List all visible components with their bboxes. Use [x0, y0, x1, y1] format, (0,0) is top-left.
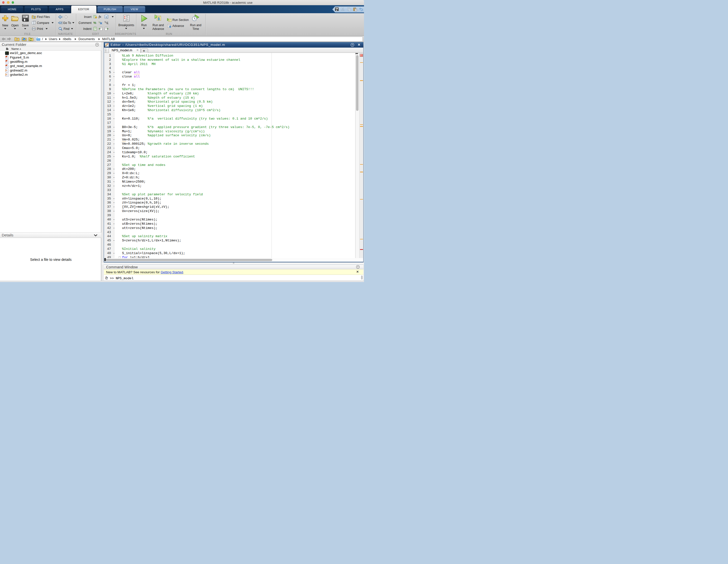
svg-text:fx: fx	[99, 15, 101, 18]
svg-text:fx: fx	[5, 73, 7, 76]
svg-text:fx: fx	[5, 69, 7, 72]
svg-text:fx: fx	[105, 276, 108, 279]
svg-text:fi: fi	[106, 17, 107, 18]
